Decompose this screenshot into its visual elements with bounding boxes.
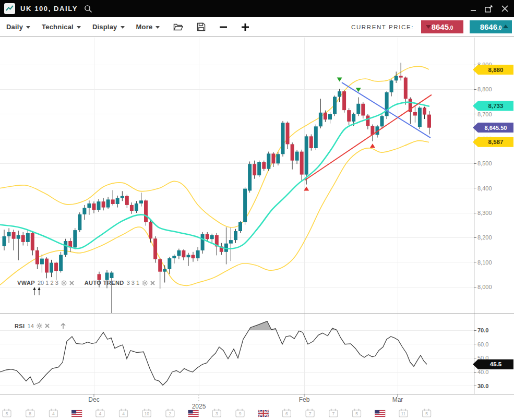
calendar-event-icon[interactable]: 4 [49,409,57,417]
year-label: 2025 [192,403,206,410]
buy-signal-icon [304,187,309,191]
svg-text:8,700: 8,700 [477,111,492,117]
price-down-arrow-icon [426,25,431,29]
zoom-out-button[interactable] [219,23,228,31]
minimize-button[interactable] [467,3,480,15]
calendar-event-icon[interactable]: 7 [329,409,338,417]
us-flag-icon[interactable] [188,410,199,417]
open-folder-icon[interactable] [173,23,183,31]
svg-text:8,000: 8,000 [477,284,492,290]
menu-more[interactable]: More [136,23,160,31]
price-badge: 45.5 [473,359,513,369]
svg-text:11: 11 [401,411,405,416]
auto-trend-settings-gear-icon[interactable] [142,280,148,286]
sell-price-value: 8645 [432,22,449,31]
vwap-line [0,102,429,249]
vwap-label: VWAP [17,280,35,286]
svg-text:5: 5 [425,411,428,416]
sell-price-button[interactable]: 8645.0 [421,20,463,33]
svg-text:4: 4 [99,411,101,416]
uk-flag-icon[interactable] [258,410,269,417]
us-flag-icon[interactable] [71,410,82,417]
svg-text:8,400: 8,400 [477,185,492,191]
price-axis: 8,9008,8008,7008,6008,5008,4008,3008,200… [0,38,514,394]
app-logo-icon [4,3,15,14]
time-axis: Dec2025FebMar58444102396775115 [3,394,431,417]
price-up-arrow-icon [503,25,508,28]
menu-daily[interactable]: Daily [6,23,30,31]
chart-canvas[interactable]: 8,9008,8008,7008,6008,5008,4008,3008,200… [0,0,514,420]
rsi-params: 14 [28,323,34,329]
rsi-remove-icon[interactable] [45,323,50,328]
calendar-event-icon[interactable]: 11 [399,409,408,417]
symbol-title: UK 100, DAILY [20,5,78,13]
menu-more-label: More [136,23,153,31]
menu-daily-label: Daily [6,23,23,31]
buy-signal-icon [370,143,375,148]
svg-text:8,587: 8,587 [488,139,504,145]
svg-text:7: 7 [309,411,312,416]
title-bar: UK 100, DAILY [0,0,514,17]
svg-text:8,645.50: 8,645.50 [485,125,507,131]
vwap-params: 20 1 2 3 [38,280,58,286]
price-badge: 8,587 [473,137,513,147]
buy-price-value: 8646 [480,22,497,31]
close-icon[interactable] [498,3,511,15]
calendar-event-icon[interactable]: 3 [212,409,221,417]
chevron-down-icon [121,26,125,29]
svg-text:8,300: 8,300 [477,210,492,216]
price-badge: 8,645.50 [473,123,513,133]
vwap-indicator-header: VWAP 20 1 2 3 AUTO TREND 3 3 1 [17,280,155,286]
month-label: Mar [392,396,403,403]
auto-trend-remove-icon[interactable] [150,281,155,285]
vwap-remove-icon[interactable] [69,281,74,285]
menu-display-label: Display [92,23,117,31]
buy-price-button[interactable]: 8646.0 [470,20,512,33]
svg-text:5: 5 [355,411,358,416]
svg-text:45.5: 45.5 [490,361,502,367]
svg-text:4: 4 [122,411,125,416]
calendar-event-icon[interactable]: 2 [166,409,174,417]
svg-text:9: 9 [239,411,242,416]
us-flag-icon[interactable] [375,410,385,417]
svg-text:10: 10 [144,411,149,416]
menu-technical[interactable]: Technical [42,23,81,31]
auto-trend-label: AUTO TREND [85,280,124,286]
rsi-label: RSI [15,323,25,329]
price-badge: 8,733 [473,101,513,111]
zoom-in-button[interactable] [241,23,249,31]
month-label: Feb [299,396,310,403]
calendar-event-icon[interactable]: 6 [282,409,291,417]
calendar-event-icon[interactable]: 8 [26,409,34,417]
menu-display[interactable]: Display [92,23,125,31]
calendar-event-icon[interactable]: 5 [3,409,11,417]
svg-text:8,100: 8,100 [477,259,492,266]
calendar-event-icon[interactable]: 10 [142,409,151,417]
move-panel-up-arrow-icon[interactable] [60,322,66,329]
bollinger-upper-band [0,66,429,227]
svg-text:3: 3 [216,411,218,416]
calendar-event-icon[interactable]: 4 [119,409,128,417]
svg-text:70.0: 70.0 [477,327,488,333]
save-icon[interactable] [197,22,206,31]
svg-text:30.0: 30.0 [477,383,488,389]
gridlines [0,38,474,394]
calendar-event-icon[interactable]: 5 [353,409,361,417]
sell-signal-icon [337,77,342,81]
rsi-line [0,321,427,386]
month-label: Dec [88,396,99,403]
rsi-settings-gear-icon[interactable] [37,323,42,329]
calendar-event-icon[interactable]: 5 [423,409,431,417]
calendar-event-icon[interactable]: 4 [96,409,104,417]
vwap-settings-gear-icon[interactable] [61,280,67,286]
svg-text:8,800: 8,800 [477,86,492,92]
svg-text:8,880: 8,880 [488,67,504,73]
current-price-label: CURRENT PRICE: [351,24,414,30]
calendar-event-icon[interactable]: 9 [236,409,244,417]
calendar-event-icon[interactable]: 7 [306,409,314,417]
menu-technical-label: Technical [42,23,74,31]
popout-button[interactable] [483,3,495,15]
rsi-indicator-header: RSI 14 [15,322,66,329]
search-icon[interactable] [84,5,92,13]
toolbar: Daily Technical Display More CURRENT PRI… [0,17,514,37]
